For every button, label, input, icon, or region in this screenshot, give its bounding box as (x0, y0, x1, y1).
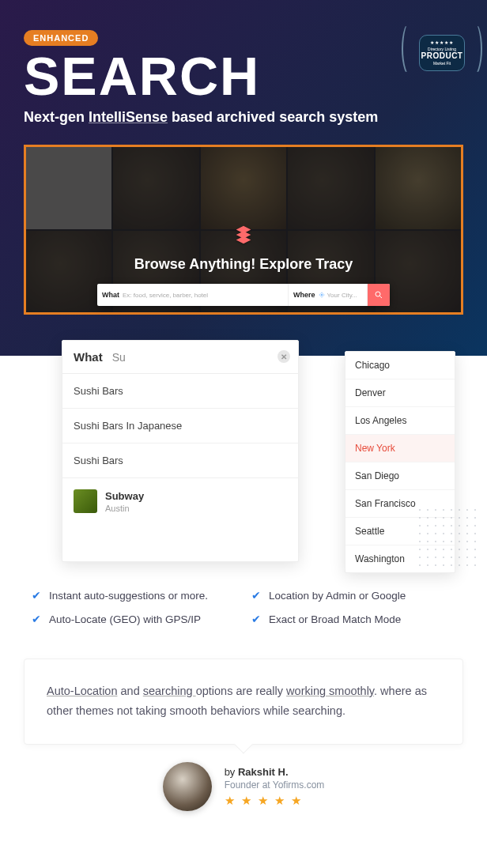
testimonial-card: Auto-Location and searching options are … (24, 659, 463, 745)
suggestion-thumbnail (74, 489, 97, 513)
search-button[interactable] (368, 284, 390, 306)
features-list: ✔Instant auto-suggestions or more.✔Locat… (0, 589, 487, 625)
page-subtitle: Next-gen IntelliSense based archived sea… (24, 109, 463, 126)
laurel-icon (406, 17, 478, 89)
feature-item: ✔Location by Admin or Google (251, 589, 455, 602)
clear-icon[interactable]: ✕ (277, 350, 290, 363)
feature-text: Auto-Locate (GEO) with GPS/IP (49, 613, 201, 625)
what-suggestion[interactable]: Sushi Bars In Japanese (62, 409, 298, 443)
location-icon (319, 292, 325, 298)
city-option[interactable]: San Diego (345, 462, 455, 490)
enhanced-badge: ENHANCED (24, 30, 98, 46)
author-name: Rakshit H. (238, 766, 289, 778)
where-placeholder: Your City... (327, 292, 357, 299)
testimonial-text: Auto-Location and searching options are … (47, 681, 440, 720)
what-suggestion-rich[interactable]: Subway Austin (62, 478, 298, 524)
subtitle-post: based archived search system (168, 109, 378, 125)
page-title: SEARCH (24, 49, 463, 103)
svg-point-0 (321, 294, 323, 296)
testimonial-seg: working smoothly (286, 685, 374, 697)
intellisense-link[interactable]: IntelliSense (89, 109, 168, 125)
feature-item: ✔Exact or Broad Match Mode (251, 613, 455, 625)
search-icon (374, 290, 383, 300)
testimonial-seg: searching (143, 685, 196, 697)
what-suggestion[interactable]: Sushi Bars (62, 443, 298, 478)
check-icon: ✔ (32, 589, 41, 602)
product-badge: ★★★★★ Directory Listing PRODUCT Market F… (411, 22, 473, 84)
author-role: Founder at Yofirms.com (225, 779, 325, 791)
city-option[interactable]: Los Angeles (345, 407, 455, 435)
city-option[interactable]: Denver (345, 379, 455, 407)
what-suggestion[interactable]: Sushi Bars (62, 374, 298, 409)
what-dropdown-query: Su (112, 351, 126, 364)
what-dropdown-label: What (74, 350, 103, 364)
what-label: What (102, 291, 119, 299)
hero-section: ENHANCED SEARCH Next-gen IntelliSense ba… (0, 0, 487, 356)
avatar (163, 762, 212, 811)
rating-stars: ★ ★ ★ ★ ★ (225, 794, 325, 808)
feature-text: Instant auto-suggestions or more. (49, 590, 208, 602)
browse-title: Browse Anything! Explore Tracy (134, 256, 353, 273)
testimonial-seg: and (117, 685, 142, 697)
check-icon: ✔ (32, 613, 41, 625)
where-label: Where (293, 291, 315, 299)
svg-point-2 (376, 292, 380, 296)
city-option[interactable]: New York (345, 435, 455, 462)
testimonial-seg: Auto-Location (47, 685, 117, 697)
by-label: by (225, 766, 238, 778)
what-dropdown: What Su ✕ Sushi Bars Sushi Bars In Japan… (62, 340, 299, 562)
logo-icon (231, 223, 256, 248)
feature-item: ✔Auto-Locate (GEO) with GPS/IP (32, 613, 236, 625)
author-block: by Rakshit H. Founder at Yofirms.com ★ ★… (0, 762, 487, 811)
what-placeholder: Ex: food, service, barber, hotel (123, 292, 208, 299)
author-byline: by Rakshit H. (225, 766, 325, 778)
search-preview-card: Browse Anything! Explore Tracy What Ex: … (24, 145, 463, 315)
suggestion-subtitle: Austin (105, 504, 144, 513)
where-input[interactable]: Where Your City... (289, 284, 368, 306)
svg-line-3 (380, 296, 383, 299)
testimonial-seg: options are really (196, 685, 286, 697)
subtitle-pre: Next-gen (24, 109, 89, 125)
city-option[interactable]: Chicago (345, 352, 455, 379)
feature-item: ✔Instant auto-suggestions or more. (32, 589, 236, 602)
search-bar: What Ex: food, service, barber, hotel Wh… (97, 284, 390, 306)
what-dropdown-header: What Su ✕ (62, 341, 298, 374)
check-icon: ✔ (251, 589, 261, 602)
suggestion-title: Subway (105, 490, 144, 502)
what-input[interactable]: What Ex: food, service, barber, hotel (97, 284, 289, 306)
dots-decoration (416, 506, 479, 569)
check-icon: ✔ (251, 613, 261, 625)
feature-text: Location by Admin or Google (269, 590, 406, 602)
feature-text: Exact or Broad Match Mode (269, 613, 401, 625)
